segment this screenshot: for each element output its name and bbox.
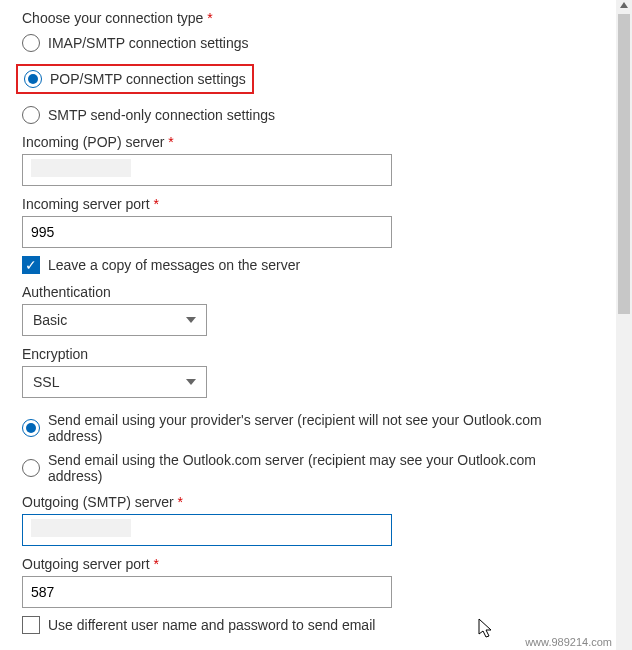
checkbox-label: Leave a copy of messages on the server <box>48 257 300 273</box>
incoming-server-input[interactable] <box>22 154 392 186</box>
radio-label: Send email using your provider's server … <box>48 412 594 444</box>
outgoing-server-input[interactable] <box>22 514 392 546</box>
radio-pop-smtp[interactable] <box>24 70 42 88</box>
incoming-server-label: Incoming (POP) server * <box>22 134 594 150</box>
radio-icon <box>22 106 40 124</box>
outgoing-port-label: Outgoing server port * <box>22 556 594 572</box>
diff-creds-row[interactable]: Use different user name and password to … <box>22 616 594 634</box>
encryption-select[interactable]: SSL <box>22 366 207 398</box>
chevron-down-icon <box>186 317 196 323</box>
outgoing-server-label: Outgoing (SMTP) server * <box>22 494 594 510</box>
radio-send-outlook[interactable]: Send email using the Outlook.com server … <box>22 452 594 484</box>
incoming-port-label: Incoming server port * <box>22 196 594 212</box>
required-asterisk: * <box>207 10 212 26</box>
radio-label: POP/SMTP connection settings <box>50 71 246 87</box>
vertical-scrollbar[interactable] <box>616 0 632 650</box>
chevron-down-icon <box>186 379 196 385</box>
checkbox-checked-icon: ✓ <box>22 256 40 274</box>
radio-smtp-only[interactable]: SMTP send-only connection settings <box>22 106 594 124</box>
leave-copy-row[interactable]: ✓ Leave a copy of messages on the server <box>22 256 594 274</box>
redacted-value <box>31 519 131 537</box>
encryption-label: Encryption <box>22 346 594 362</box>
connection-type-text: Choose your connection type <box>22 10 203 26</box>
incoming-port-input[interactable] <box>22 216 392 248</box>
scroll-up-icon <box>620 2 628 8</box>
radio-label: Send email using the Outlook.com server … <box>48 452 594 484</box>
outgoing-port-input[interactable] <box>22 576 392 608</box>
radio-icon <box>22 34 40 52</box>
select-value: SSL <box>33 374 59 390</box>
redacted-value <box>31 159 131 177</box>
radio-imap-smtp[interactable]: IMAP/SMTP connection settings <box>22 34 594 52</box>
radio-icon <box>22 419 40 437</box>
select-value: Basic <box>33 312 67 328</box>
connection-type-label: Choose your connection type * <box>22 10 594 26</box>
checkbox-label: Use different user name and password to … <box>48 617 375 633</box>
radio-label: SMTP send-only connection settings <box>48 107 275 123</box>
radio-icon <box>22 459 40 477</box>
radio-label: IMAP/SMTP connection settings <box>48 35 249 51</box>
authentication-select[interactable]: Basic <box>22 304 207 336</box>
scrollbar-thumb[interactable] <box>618 14 630 314</box>
checkbox-icon <box>22 616 40 634</box>
authentication-label: Authentication <box>22 284 594 300</box>
watermark-text: www.989214.com <box>525 636 612 648</box>
radio-send-provider[interactable]: Send email using your provider's server … <box>22 412 594 444</box>
highlight-pop-option: POP/SMTP connection settings <box>16 64 254 94</box>
